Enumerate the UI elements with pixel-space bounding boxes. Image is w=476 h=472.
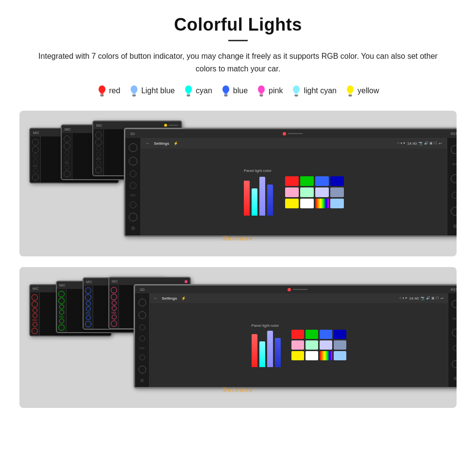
svg-rect-27 <box>349 96 352 97</box>
svg-rect-14 <box>224 95 228 96</box>
color-label-pink: pink <box>269 86 283 95</box>
color-label-cyan: cyan <box>196 86 212 95</box>
svg-rect-9 <box>187 93 190 95</box>
settings-label-bottom: Settings <box>162 296 177 301</box>
bottom-devices-container: MIC VOL <box>19 267 457 408</box>
bottom-devices-inner: MIC VOL <box>29 277 447 398</box>
svg-rect-2 <box>100 95 104 96</box>
color-label-lightblue: Light blue <box>141 86 175 95</box>
page-title: Colorful Lights <box>19 15 457 35</box>
svg-rect-18 <box>259 95 263 96</box>
svg-rect-23 <box>295 96 298 97</box>
page-container: Colorful Lights Integrated with 7 colors… <box>0 0 476 433</box>
svg-point-8 <box>185 85 192 93</box>
color-label-lightcyan: light cyan <box>304 86 337 95</box>
blue-bulb-icon <box>221 84 231 97</box>
panel-label-top: Panel light color <box>244 169 273 173</box>
color-label-blue: blue <box>233 86 248 95</box>
color-item-blue: blue <box>221 84 248 97</box>
time-display-bottom: 14:40 <box>409 296 419 301</box>
color-item-lightblue: Light blue <box>129 84 175 97</box>
svg-point-4 <box>131 85 137 93</box>
top-devices-inner: MIC VOL <box>29 120 447 247</box>
color-item-cyan: cyan <box>184 84 212 97</box>
svg-rect-15 <box>224 96 227 97</box>
top-devices-container: MIC VOL <box>19 111 457 256</box>
lightcyan-bulb-icon <box>291 84 301 97</box>
top-device-main: SD RST VOL <box>124 128 457 237</box>
svg-point-12 <box>222 85 229 93</box>
svg-point-16 <box>258 85 265 93</box>
title-section: Colorful Lights Integrated with 7 colors… <box>19 15 457 75</box>
color-item-pink: pink <box>256 84 283 97</box>
svg-point-20 <box>293 85 300 93</box>
lightblue-bulb-icon <box>129 84 139 97</box>
settings-label-top: Settings <box>154 141 170 146</box>
svg-rect-25 <box>349 93 352 95</box>
svg-rect-22 <box>294 95 298 96</box>
color-label-red: red <box>109 86 120 95</box>
svg-rect-6 <box>132 95 136 96</box>
red-bulb-icon <box>97 84 107 97</box>
color-item-lightcyan: light cyan <box>291 84 337 97</box>
time-display-top: 14:40 <box>407 141 417 146</box>
yellow-bulb-icon <box>345 84 355 97</box>
panel-label-bottom: Panel light color <box>252 323 281 328</box>
svg-rect-1 <box>101 93 103 95</box>
svg-rect-17 <box>260 93 263 95</box>
svg-point-0 <box>99 85 105 93</box>
cyan-bulb-icon <box>184 84 193 97</box>
svg-rect-26 <box>348 95 352 96</box>
title-divider <box>228 40 248 41</box>
svg-rect-19 <box>260 96 263 97</box>
svg-point-24 <box>347 85 354 93</box>
bottom-device-main: SD RST VOL <box>134 284 457 388</box>
svg-rect-7 <box>133 96 136 97</box>
pink-bulb-icon <box>256 84 266 97</box>
svg-rect-10 <box>187 95 190 96</box>
color-item-yellow: yellow <box>345 84 379 97</box>
svg-rect-13 <box>224 93 227 95</box>
description-text: Integrated with 7 colors of button indic… <box>29 50 447 75</box>
svg-rect-11 <box>187 96 190 97</box>
color-label-yellow: yellow <box>357 86 379 95</box>
color-indicators-row: red Light blue cyan <box>19 84 457 97</box>
svg-rect-5 <box>133 93 136 95</box>
color-item-red: red <box>97 84 120 97</box>
svg-rect-21 <box>295 93 298 95</box>
svg-rect-3 <box>101 96 103 97</box>
